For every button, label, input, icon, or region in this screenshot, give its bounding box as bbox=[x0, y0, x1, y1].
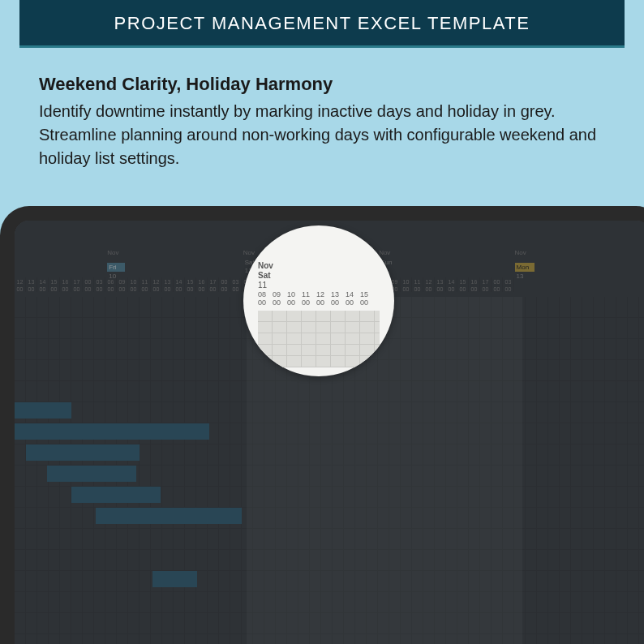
month-label: Nov bbox=[243, 249, 255, 256]
gantt-bar[interactable] bbox=[96, 508, 242, 524]
hour-cell: 1700 bbox=[480, 277, 492, 292]
spotlight-grid bbox=[258, 311, 380, 367]
hour-cell: 1500 bbox=[49, 277, 60, 292]
hour-cell: 1100 bbox=[140, 277, 151, 292]
hour-cell: 1600 bbox=[469, 277, 480, 292]
hour-cell: 1300 bbox=[26, 277, 37, 292]
hour-cell: 1600 bbox=[60, 277, 71, 292]
hour-cell: 0300 bbox=[503, 277, 514, 292]
spotlight-circle: Nov Sat 11 08000900100011001200130014001… bbox=[243, 225, 394, 376]
gantt-bar[interactable] bbox=[152, 571, 197, 587]
hour-cell: 1300 bbox=[162, 277, 174, 292]
dow-label-sun: Sun bbox=[379, 258, 514, 267]
hour-cell: 1000 bbox=[128, 277, 140, 292]
date-num: 12 bbox=[379, 267, 514, 274]
hour-cell: 1100 bbox=[412, 277, 423, 292]
spotlight-date: 11 bbox=[258, 281, 380, 290]
hour-cell: 1500 bbox=[185, 277, 196, 292]
gantt-bar[interactable] bbox=[15, 402, 71, 419]
hour-cell: 0000 bbox=[492, 277, 503, 292]
spotlight-hour-cell: 1500 bbox=[360, 291, 375, 307]
device-frame: Nov Fri 10 Nov Sat 11 Nov Sun 12 Nov Mon… bbox=[0, 206, 644, 644]
hour-cell: 1300 bbox=[435, 277, 446, 292]
month-label: Nov bbox=[379, 249, 390, 256]
description-text: Identify downtime instantly by marking i… bbox=[39, 100, 605, 170]
hour-cell: 1700 bbox=[208, 277, 219, 292]
month-label: Nov bbox=[515, 249, 526, 256]
gantt-screen: Nov Fri 10 Nov Sat 11 Nov Sun 12 Nov Mon… bbox=[15, 221, 644, 644]
gantt-bar[interactable] bbox=[26, 444, 140, 461]
description-block: Weekend Clarity, Holiday Harmony Identif… bbox=[0, 48, 644, 187]
header-title: PROJECT MANAGEMENT EXCEL TEMPLATE bbox=[114, 13, 530, 33]
hour-cell: 1000 bbox=[401, 277, 412, 292]
hour-cell: 1200 bbox=[15, 277, 26, 292]
gantt-bar[interactable] bbox=[47, 466, 136, 482]
spotlight-hour-cell: 1000 bbox=[287, 291, 302, 307]
hour-cell: 1400 bbox=[37, 277, 49, 292]
hour-cell: 0300 bbox=[94, 277, 105, 292]
hour-cell: 1400 bbox=[446, 277, 457, 292]
month-label: Nov bbox=[107, 249, 118, 256]
header-banner: PROJECT MANAGEMENT EXCEL TEMPLATE bbox=[19, 0, 625, 48]
hour-cell: 0300 bbox=[230, 277, 242, 292]
spotlight-hour-cell: 0800 bbox=[258, 291, 273, 307]
spotlight-hour-cell: 1200 bbox=[316, 291, 331, 307]
spotlight-dow: Sat bbox=[258, 271, 380, 280]
hour-cell: 0900 bbox=[117, 277, 128, 292]
description-title: Weekend Clarity, Holiday Harmony bbox=[39, 74, 605, 95]
spotlight-hour-cell: 1400 bbox=[346, 291, 360, 307]
hour-cell: 1700 bbox=[71, 277, 83, 292]
hour-cell: 1600 bbox=[196, 277, 208, 292]
dow-label-mon: Mon bbox=[515, 263, 535, 272]
hour-cell: 1500 bbox=[457, 277, 469, 292]
hour-cell: 1400 bbox=[174, 277, 185, 292]
spotlight-hours: 08000900100011001200130014001500 bbox=[258, 291, 380, 307]
spotlight-month: Nov bbox=[258, 261, 380, 270]
spotlight-hour-cell: 0900 bbox=[273, 291, 287, 307]
spotlight-hour-cell: 1100 bbox=[302, 291, 316, 307]
hour-cell: 0000 bbox=[219, 277, 230, 292]
gantt-bar[interactable] bbox=[15, 423, 209, 440]
hour-cell: 0000 bbox=[83, 277, 94, 292]
gantt-bar[interactable] bbox=[71, 487, 161, 503]
dow-label-fri: Fri bbox=[107, 263, 125, 272]
hour-cell: 1200 bbox=[151, 277, 162, 292]
hour-cell: 1200 bbox=[423, 277, 435, 292]
hour-cell: 0600 bbox=[105, 277, 117, 292]
spotlight-hour-cell: 1300 bbox=[331, 291, 346, 307]
